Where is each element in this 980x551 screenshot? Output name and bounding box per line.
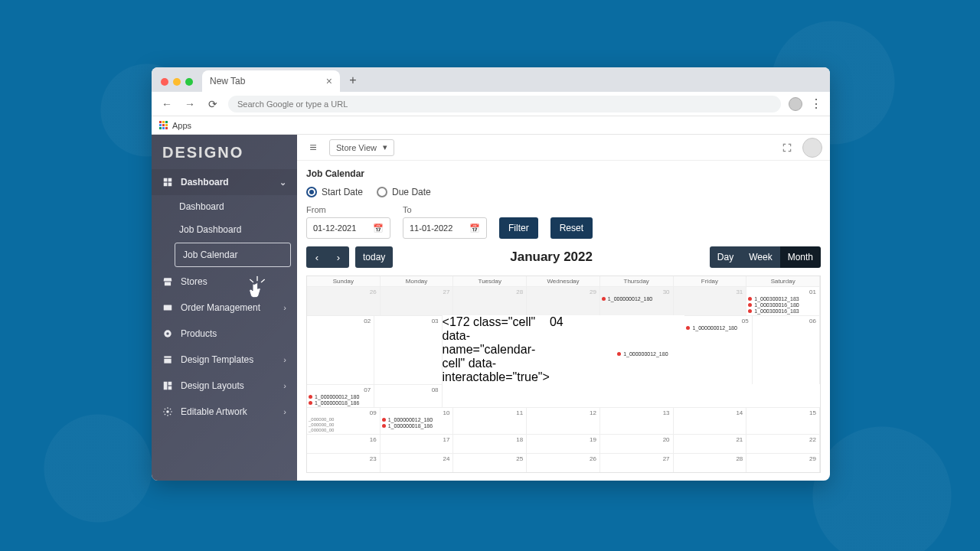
sidebar-item-job-calendar[interactable]: Job Calendar — [175, 243, 291, 267]
calendar-cell[interactable]: 19 — [527, 434, 600, 453]
user-avatar[interactable] — [802, 138, 822, 158]
calendar-cell[interactable]: 27 — [381, 286, 454, 315]
calendar-event[interactable]: 1_000000012_180 — [686, 325, 750, 331]
calendar-cell[interactable]: 15 — [746, 407, 820, 434]
browser-tab[interactable]: New Tab × — [202, 70, 340, 92]
svg-rect-2 — [164, 183, 168, 187]
svg-rect-8 — [164, 359, 171, 364]
calendar-cell[interactable]: 24 — [381, 453, 454, 472]
calendar-cell[interactable]: 29 — [527, 286, 600, 315]
calendar-event[interactable]: 1_000000012_180 — [382, 417, 452, 422]
calendar-cell[interactable]: 28 — [674, 453, 747, 472]
calendar-event[interactable]: 1_000000012_180 — [617, 323, 684, 384]
calendar-cell[interactable]: 10 1_000000012_180 1_000000018_186 — [381, 407, 454, 434]
fullscreen-icon[interactable] — [779, 140, 795, 155]
calendar-event[interactable]: 1_000000018_186 — [382, 423, 452, 429]
calendar-cell[interactable]: 29 — [746, 453, 820, 472]
store-view-dropdown[interactable]: Store View ▾ — [329, 139, 394, 156]
calendar-cell[interactable]: 03 — [374, 315, 442, 384]
radio-due-date[interactable]: Due Date — [377, 187, 431, 197]
close-tab-icon[interactable]: × — [326, 75, 332, 87]
sidebar-item-sub-dashboard[interactable]: Dashboard — [175, 195, 297, 218]
calendar-cell[interactable]: 01 1_000300012_183 1_000300016_180 1_000… — [746, 286, 820, 315]
calendar-cell[interactable]: 25 — [453, 453, 527, 472]
next-month-button[interactable]: › — [328, 246, 349, 268]
sidebar-item-design-layouts[interactable]: Design Layouts › — [152, 373, 297, 399]
reset-button[interactable]: Reset — [550, 217, 593, 239]
layouts-icon — [162, 380, 173, 391]
calendar-event[interactable]: _000000_00 — [309, 428, 378, 432]
menu-toggle-icon[interactable]: ≡ — [305, 139, 322, 156]
calendar-event[interactable]: 1_000000012_180 — [309, 394, 372, 399]
sidebar-item-products[interactable]: Products — [152, 321, 297, 347]
calendar-cell[interactable]: 17 — [381, 434, 454, 453]
calendar-cell[interactable]: 16 — [307, 434, 381, 453]
view-week-button[interactable]: Week — [741, 246, 779, 268]
calendar-event[interactable]: 1_000300016_180 — [748, 302, 818, 308]
view-day-button[interactable]: Day — [710, 246, 741, 268]
calendar-toolbar: ‹ › today January 2022 Day Week Month — [306, 246, 821, 268]
date-type-radio-group: Start Date Due Date — [306, 187, 821, 197]
calendar-cell[interactable]: 30 1_000000012_180 — [600, 286, 674, 315]
calendar-cell[interactable]: 13 — [600, 407, 674, 434]
back-button[interactable]: ← — [159, 98, 175, 110]
calendar-cell[interactable]: 06 — [753, 315, 820, 384]
url-bar[interactable]: Search Google or type a URL — [228, 96, 781, 112]
sidebar-item-dashboard[interactable]: Dashboard ⌄ — [152, 169, 297, 195]
calendar-event[interactable]: _000000_00 — [309, 422, 378, 427]
calendar-event[interactable]: 1_000000012_180 — [602, 296, 671, 302]
maximize-window-icon[interactable] — [185, 78, 193, 86]
calendar-cell[interactable]: 26 — [307, 286, 381, 315]
apps-grid-icon[interactable] — [159, 121, 168, 129]
calendar-cell[interactable]: 09 _000000_00 _000000_00 _000000_00 — [307, 407, 381, 434]
calendar-event[interactable]: 1_000300012_183 — [748, 296, 818, 302]
new-tab-button[interactable]: + — [345, 72, 361, 89]
today-button[interactable]: today — [355, 246, 393, 268]
prev-month-button[interactable]: ‹ — [306, 246, 328, 268]
calendar-event[interactable]: 1_000300016_183 — [748, 308, 818, 314]
calendar-cell[interactable]: 02 — [307, 315, 374, 384]
view-month-button[interactable]: Month — [780, 246, 821, 268]
calendar-cell[interactable]: 18 — [453, 434, 527, 453]
disc-icon — [162, 328, 173, 339]
sidebar-item-stores[interactable]: Stores — [152, 269, 297, 295]
calendar-event[interactable]: 1_000000018_186 — [309, 400, 372, 406]
radio-start-date[interactable]: Start Date — [306, 187, 363, 197]
calendar-day-headers: Sunday Monday Tuesday Wednesday Thursday… — [307, 276, 820, 286]
calendar-cell[interactable]: 21 — [674, 434, 747, 453]
calendar-cell[interactable]: 22 — [746, 434, 820, 453]
calendar-cell[interactable]: 20 — [600, 434, 674, 453]
calendar-title: January 2022 — [399, 249, 703, 265]
minimize-window-icon[interactable] — [173, 78, 181, 86]
calendar-cell[interactable]: 05 1_000000012_180 — [684, 315, 752, 384]
calendar-cell[interactable]: 31 — [674, 286, 747, 315]
calendar-cell[interactable]: 26 — [527, 453, 600, 472]
to-date-input[interactable]: 11-01-2022 📅 — [403, 217, 487, 239]
from-date-input[interactable]: 01-12-2021 📅 — [306, 217, 390, 239]
from-date-value: 01-12-2021 — [313, 223, 356, 233]
filter-button[interactable]: Filter — [499, 217, 538, 239]
forward-button[interactable]: → — [182, 98, 198, 110]
reload-button[interactable]: ⟳ — [205, 98, 220, 110]
calendar-cell[interactable]: 11 — [453, 407, 527, 434]
page-title: Job Calendar — [306, 168, 821, 179]
calendar-cell[interactable]: 12 — [527, 407, 600, 434]
calendar-cell[interactable]: 08 — [374, 384, 442, 407]
date-filters: From 01-12-2021 📅 To 11-01-2022 📅 F — [306, 205, 821, 239]
calendar-cell[interactable]: 27 — [600, 453, 674, 472]
browser-menu-icon[interactable]: ⋮ — [810, 96, 822, 111]
sidebar-item-editable-artwork[interactable]: Editable Artwork › — [152, 399, 297, 425]
close-window-icon[interactable] — [161, 78, 168, 86]
calendar-cell[interactable]: 07 1_000000012_180 1_000000018_186 — [307, 384, 374, 407]
calendar-cell[interactable]: 23 — [307, 453, 381, 472]
sidebar-item-order-management[interactable]: Order Management › — [152, 295, 297, 321]
profile-icon[interactable] — [789, 97, 802, 111]
apps-label[interactable]: Apps — [172, 121, 191, 130]
sidebar-item-label: Stores — [181, 276, 207, 287]
calendar-cell[interactable]: 14 — [674, 407, 747, 434]
chevron-right-icon: › — [283, 381, 286, 390]
sidebar-item-job-dashboard[interactable]: Job Dashboard — [175, 218, 297, 241]
sidebar-item-design-templates[interactable]: Design Templates › — [152, 347, 297, 373]
calendar-cell[interactable]: 28 — [453, 286, 527, 315]
calendar-event[interactable]: _000000_00 — [309, 417, 378, 422]
